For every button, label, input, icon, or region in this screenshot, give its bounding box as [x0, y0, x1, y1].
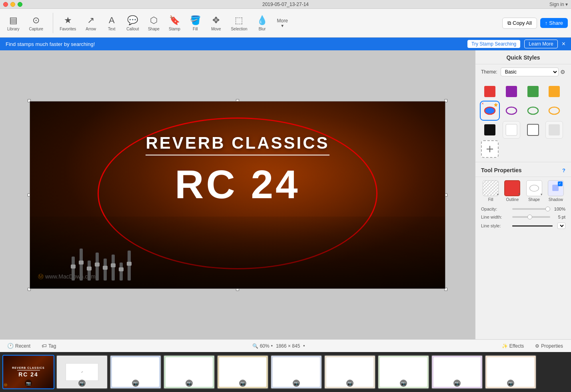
line-width-row: Line width: 5 pt [475, 213, 571, 221]
style-swatch-red-ellipse[interactable] [481, 102, 499, 119]
style-swatch-yellow[interactable] [545, 83, 563, 100]
try-stamp-searching-button[interactable]: Try Stamp Searching [467, 40, 520, 48]
shape-label: Shape [148, 27, 160, 31]
style-swatch-purple[interactable] [503, 83, 520, 100]
effects-button[interactable]: ✨ Effects [499, 342, 527, 350]
filmstrip-thumb-10[interactable]: 📷 [485, 355, 537, 389]
theme-select-wrapper: Basic ⚙ [501, 68, 565, 76]
theme-select[interactable]: Basic [501, 68, 559, 76]
minimize-button[interactable] [10, 2, 15, 7]
recent-button[interactable]: 🕐 Recent [5, 342, 33, 350]
fill-icon: 🪣 [190, 15, 201, 26]
copy-all-label: Copy All [513, 20, 532, 26]
style-swatch-red[interactable] [481, 83, 499, 100]
arrow-label: Arrow [86, 27, 96, 31]
capture-button[interactable]: ⊙ Capture [25, 13, 48, 34]
line-style-track[interactable] [512, 225, 553, 227]
thumb-3-camera-icon: 📷 [132, 380, 139, 387]
theme-gear-button[interactable]: ⚙ [560, 69, 565, 75]
filmstrip-thumb-4[interactable]: 📷 [163, 355, 215, 389]
style-swatch-white[interactable] [503, 121, 520, 139]
style-swatch-black[interactable] [481, 121, 499, 139]
fill-button[interactable]: 🪣 Fill [185, 9, 205, 37]
opacity-thumb[interactable] [545, 207, 550, 211]
styles-grid [475, 80, 571, 161]
canvas-area: REVERB CLASSICS RC 24 Ⓜ www.MacDown.com [0, 50, 475, 339]
tool-props-title: Tool Properties ? [475, 163, 571, 177]
stamp-button[interactable]: 🔖 Stamp [164, 9, 184, 37]
maximize-button[interactable] [18, 2, 22, 7]
shape-label: Shape [528, 197, 540, 202]
move-button[interactable]: ✥ Move [206, 9, 226, 37]
callout-button[interactable]: 💬 Callout [122, 9, 143, 37]
notification-close-button[interactable]: × [562, 40, 565, 48]
close-button[interactable] [3, 2, 8, 7]
tag-button[interactable]: 🏷 Tag [39, 342, 58, 350]
copy-all-button[interactable]: ⧉ Copy All [502, 18, 537, 29]
signin-button[interactable]: Sign in ▾ [549, 2, 568, 7]
tool-properties-label: Tool Properties [481, 167, 522, 173]
learn-more-button[interactable]: Learn More [524, 40, 557, 48]
filmstrip-thumb-5[interactable]: 📷 [217, 355, 269, 389]
clock-icon: 🕐 [7, 343, 14, 349]
filmstrip-thumb-6[interactable]: 📷 [270, 355, 322, 389]
filmstrip-thumb-1[interactable]: REVERB CLASSICS RC 24 Ⓜ 📷 [2, 355, 54, 389]
style-swatch-outlined[interactable] [524, 121, 542, 139]
svg-rect-12 [506, 124, 517, 135]
opacity-slider[interactable] [512, 208, 550, 210]
style-swatch-purple-ellipse[interactable] [503, 102, 520, 119]
filmstrip-thumb-2[interactable]: ✔ 📷 [56, 355, 108, 389]
thumb-9-camera-icon: 📷 [453, 380, 461, 387]
filmstrip-thumb-8[interactable]: 📷 [377, 355, 429, 389]
favorites-button[interactable]: ★ Favorites [56, 9, 80, 37]
style-swatch-green[interactable] [524, 83, 542, 100]
shadow-swatch[interactable]: ✓ [548, 180, 564, 196]
arrow-button[interactable]: ↗ Arrow [81, 9, 101, 37]
line-style-select[interactable]: — [557, 223, 565, 229]
tag-icon: 🏷 [42, 343, 47, 349]
more-button[interactable]: More ▼ [273, 9, 292, 37]
shape-chevron: ▾ [541, 193, 542, 196]
shape-swatch[interactable]: ▾ [526, 180, 542, 196]
filmstrip-thumb-7[interactable]: 📷 [324, 355, 376, 389]
library-button[interactable]: ▤ Library [3, 13, 24, 34]
thumb-4-camera-icon: 📷 [186, 380, 193, 387]
zoom-display[interactable]: 🔍 60% • [252, 343, 273, 349]
text-button[interactable]: A Text [102, 9, 122, 37]
shape-button[interactable]: ⬡ Shape [144, 9, 164, 37]
style-swatch-green-ellipse[interactable] [524, 102, 542, 119]
properties-button[interactable]: ⚙ Properties [532, 342, 566, 350]
opacity-row: Opacity: 100% [475, 205, 571, 213]
line-width-value: 5 pt [553, 215, 565, 219]
shadow-prop: ✓ Shadow [546, 180, 565, 202]
selection-button[interactable]: ⬚ Selection [227, 9, 251, 37]
status-center: 🔍 60% • 1866 × 845 • [65, 343, 492, 349]
filmstrip-thumb-9[interactable]: 📷 [431, 355, 483, 389]
tool-props-help[interactable]: ? [562, 167, 565, 173]
line-width-slider[interactable] [512, 216, 550, 218]
style-swatch-yellow-ellipse[interactable] [545, 102, 563, 119]
fill-swatch[interactable]: ▾ [483, 180, 499, 196]
style-swatch-light-gray[interactable] [545, 121, 563, 139]
canvas-title-bottom: RC 24 [175, 161, 300, 207]
share-button[interactable]: ↑ Share [540, 18, 568, 28]
style-swatch-dashed[interactable] [481, 140, 499, 158]
selection-icon: ⬚ [235, 15, 243, 26]
theme-row: Theme: Basic ⚙ [475, 64, 571, 80]
arrow-icon: ↗ [87, 15, 94, 26]
svg-rect-3 [549, 86, 560, 97]
opacity-label: Opacity: [481, 207, 509, 211]
selection-label: Selection [231, 27, 247, 31]
toolbar-left: ▤ Library ⊙ Capture [3, 9, 47, 37]
magnify-icon: 🔍 [252, 343, 258, 349]
outline-chevron: ▾ [518, 192, 520, 196]
line-width-thumb[interactable] [527, 215, 532, 219]
svg-rect-14 [549, 124, 560, 135]
window-title: 2019-05-07_13-27-14 [262, 2, 309, 7]
effects-icon: ✨ [502, 343, 508, 349]
shape-icon: ⬡ [150, 15, 158, 26]
blur-button[interactable]: 💧 Blur [252, 9, 272, 37]
filmstrip-thumb-3[interactable]: 📷 [110, 355, 162, 389]
outline-swatch[interactable]: ▾ [504, 180, 520, 196]
opacity-value: 100% [553, 207, 565, 211]
